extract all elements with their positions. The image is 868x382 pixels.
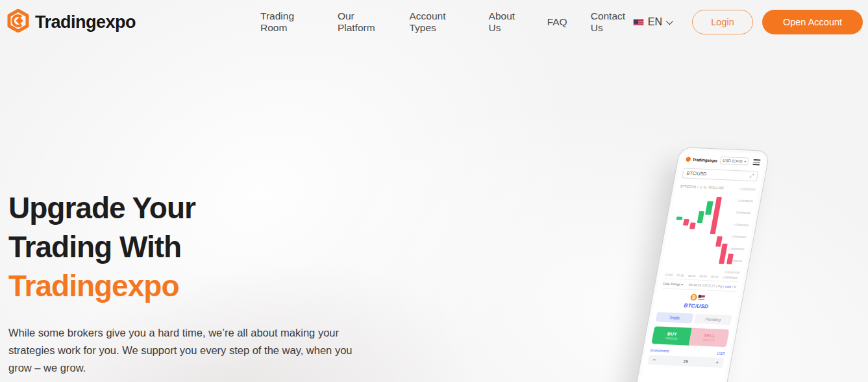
nav-contact-us[interactable]: Contact Us (591, 10, 633, 34)
nav-about-us[interactable]: About Us (489, 10, 524, 34)
price-tick: 1.00091000 (728, 247, 745, 251)
hero-title-line1: Upgrade Your (8, 191, 195, 225)
hero-title-line3: Tradingexpo (8, 269, 179, 303)
refresh-icon[interactable]: ⟳ (734, 285, 737, 288)
sell-price: 19043.12 (702, 338, 715, 342)
phone-symbol-search-input[interactable]: BTC/USD ⤢ (682, 168, 758, 181)
order-buttons: BUY 19053.56 SELL 19043.12 (651, 326, 729, 347)
header-actions: EN Login Open Account (633, 10, 863, 34)
time-tick: 08:10 (711, 275, 719, 278)
candle-up (676, 217, 682, 220)
language-code: EN (648, 16, 662, 28)
brand-name: Tradingexpo (35, 12, 136, 32)
date-range-dropdown[interactable]: Date Range ▾ (663, 281, 683, 286)
language-selector[interactable]: EN (633, 16, 671, 28)
hero-title-line2: Trading With (8, 230, 181, 264)
investment-row: Investment USD (650, 348, 725, 355)
header: Tradingexpo Trading Room Our Platform Ac… (0, 0, 868, 44)
investment-currency[interactable]: USD (717, 351, 726, 355)
order-tabs: Trade Pending (656, 312, 732, 325)
candlestick-chart: 1.000000001.000982001.000964001.00094600… (665, 190, 754, 275)
time-tick: 07:55 (676, 274, 684, 277)
chart-timestamp: 08:49:55 (UTC) (688, 283, 711, 287)
candle-up (697, 211, 704, 223)
investment-label: Investment (650, 348, 669, 353)
us-flag-icon (698, 295, 705, 299)
login-button[interactable]: Login (692, 10, 753, 34)
hero-description: While some brokers give you a hard time,… (8, 324, 354, 377)
sell-button[interactable]: SELL 19043.12 (689, 327, 730, 347)
tab-pending[interactable]: Pending (694, 313, 732, 324)
chart-auto-toggle[interactable]: auto (725, 284, 732, 288)
phone-brand-logo: Tradingexpo (685, 156, 718, 163)
candle-up (705, 201, 713, 215)
phone-app-header: Tradingexpo USD (CFD) ▾ (685, 155, 761, 166)
phone-mockup: Tradingexpo USD (CFD) ▾ BTC/USD ⤢ BITCOI… (632, 147, 769, 382)
phone-brand-hexagon-icon (685, 156, 692, 162)
time-tick: 08:05 (699, 274, 707, 277)
symbol-name: BTC/USD (658, 301, 734, 311)
time-tick: 07:50 (665, 273, 673, 276)
nav-faq[interactable]: FAQ (547, 16, 567, 28)
price-tick: 1.00087400 (724, 271, 740, 275)
price-tick: 1.00098200 (738, 199, 754, 203)
phone-currency-value: USD (CFD) (723, 159, 743, 163)
time-tick: 1.00096200 (722, 275, 738, 279)
price-tick: 1.00092800 (731, 235, 747, 239)
investment-stepper: − 25 + (648, 355, 725, 368)
hero-section: Upgrade Your Trading With Tradingexpo Wh… (8, 188, 362, 377)
phone-brand-name: Tradingexpo (692, 157, 718, 163)
buy-button[interactable]: BUY 19053.56 (651, 326, 692, 346)
phone-search-value: BTC/USD (686, 171, 707, 176)
brand-hexagon-icon (6, 9, 30, 35)
investment-value: 25 (656, 357, 716, 364)
chevron-down-icon: ▾ (681, 282, 684, 286)
price-tick: 1.00096400 (735, 211, 751, 215)
symbol-block: ₿ BTC/USD (658, 288, 737, 311)
price-tick: 1.00094600 (733, 223, 749, 227)
candle-down (683, 219, 689, 225)
nav-our-platform[interactable]: Our Platform (338, 10, 386, 34)
main-nav: Trading Room Our Platform Account Types … (260, 10, 633, 34)
us-flag-icon (633, 19, 644, 26)
chevron-down-icon (666, 18, 673, 25)
nav-account-types[interactable]: Account Types (409, 10, 465, 34)
nav-trading-room[interactable]: Trading Room (260, 10, 314, 34)
hamburger-menu-icon[interactable] (752, 158, 761, 166)
brand-logo[interactable]: Tradingexpo (6, 9, 136, 35)
open-account-button[interactable]: Open Account (762, 10, 863, 34)
chevron-down-icon: ▾ (744, 160, 747, 164)
bitcoin-icon: ₿ (690, 294, 698, 300)
chart-settings: 08:49:55 (UTC) | 5 | log | auto | ⟳ (688, 283, 737, 288)
plus-button[interactable]: + (715, 359, 719, 365)
tab-trade[interactable]: Trade (656, 312, 693, 323)
phone-currency-dropdown[interactable]: USD (CFD) ▾ (719, 157, 749, 166)
time-tick: 08:00 (688, 274, 696, 277)
buy-price: 19053.56 (665, 337, 678, 340)
hero-title: Upgrade Your Trading With Tradingexpo (8, 188, 362, 305)
price-tick: 1.00000000 (739, 187, 756, 191)
candle-down (715, 236, 723, 247)
chart-scale-toggle[interactable]: log (718, 284, 723, 288)
candle-down (689, 222, 695, 229)
expand-icon[interactable]: ⤢ (749, 172, 754, 179)
